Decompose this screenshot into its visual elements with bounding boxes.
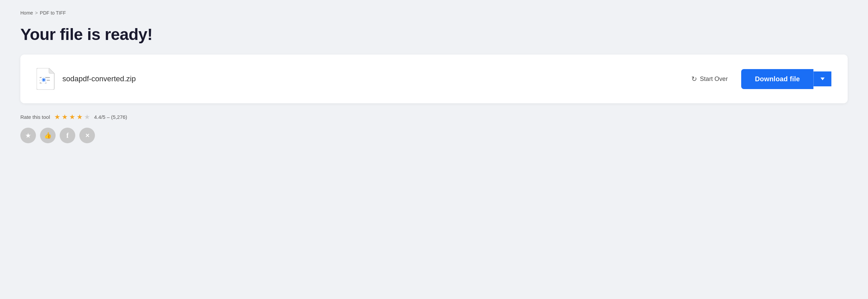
page-title: Your file is ready! [20,25,848,44]
download-file-button[interactable]: Download file [741,69,813,89]
file-name: sodapdf-converted.zip [62,74,136,83]
file-card: ✳ sodapdf-converted.zip ↻ Start Over Dow… [20,55,848,103]
rating-score: 4.4/5 – (5,276) [94,114,127,120]
chevron-down-icon [821,78,825,80]
facebook-button[interactable]: f [60,128,75,143]
document-icon: ✳ [37,68,56,90]
bookmark-button[interactable]: ★ [20,128,36,143]
thumbsup-icon: 👍 [44,132,52,139]
file-info: ✳ sodapdf-converted.zip [37,68,136,90]
x-twitter-button[interactable]: ✕ [79,128,95,143]
breadcrumb-separator: > [35,10,38,16]
download-chevron-button[interactable] [813,71,831,86]
file-icon: ✳ [37,68,56,90]
start-over-label: Start Over [700,76,728,83]
start-over-button[interactable]: ↻ Start Over [686,71,733,86]
rating-section: Rate this tool ★ ★ ★ ★ ★ 4.4/5 – (5,276) [20,113,848,121]
refresh-icon: ↻ [691,75,697,83]
breadcrumb-home[interactable]: Home [20,10,33,16]
card-actions: ↻ Start Over Download file [686,69,831,89]
breadcrumb: Home > PDF to TIFF [20,10,848,16]
thumbsup-button[interactable]: 👍 [40,128,56,143]
bookmark-icon: ★ [25,131,31,140]
x-twitter-icon: ✕ [85,132,90,139]
social-buttons: ★ 👍 f ✕ [20,128,848,143]
stars[interactable]: ★ ★ ★ ★ ★ [54,113,90,121]
svg-text:✳: ✳ [41,77,46,83]
star-1[interactable]: ★ [54,113,60,121]
star-4[interactable]: ★ [77,113,83,121]
download-button-wrapper: Download file [741,69,831,89]
breadcrumb-current: PDF to TIFF [40,10,66,16]
rating-label: Rate this tool [20,114,50,120]
star-2[interactable]: ★ [62,113,68,121]
star-3[interactable]: ★ [69,113,75,121]
star-5[interactable]: ★ [84,113,90,121]
facebook-icon: f [66,132,69,140]
